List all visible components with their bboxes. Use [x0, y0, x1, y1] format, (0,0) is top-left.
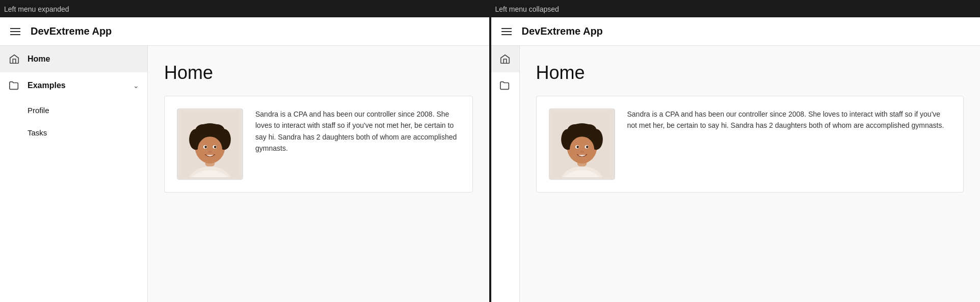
left-header: DevExtreme App — [0, 17, 489, 46]
sidebar-item-home[interactable]: Home — [0, 46, 147, 72]
left-bio-text: Sandra is a CPA and has been our control… — [255, 108, 460, 154]
sidebar-tasks-label: Tasks — [28, 128, 47, 137]
svg-point-35 — [576, 146, 579, 148]
sidebar-examples-label: Examples — [28, 81, 126, 90]
right-main-content: Home — [520, 46, 981, 302]
sidebar-item-tasks[interactable]: Tasks — [0, 121, 147, 144]
right-hamburger-button[interactable] — [499, 26, 514, 37]
svg-point-36 — [586, 146, 588, 148]
left-page-title: Home — [164, 62, 473, 84]
chevron-down-icon: ⌄ — [133, 81, 139, 90]
left-main-content: Home — [148, 46, 489, 302]
left-bio-card: Sandra is a CPA and has been our control… — [164, 96, 473, 193]
home-icon — [8, 53, 20, 65]
collapsed-sidebar-item-home[interactable] — [491, 46, 519, 72]
collapsed-folder-icon — [499, 80, 511, 91]
collapsed-sidebar-item-examples[interactable] — [491, 72, 519, 99]
left-profile-photo — [177, 108, 243, 180]
svg-point-17 — [214, 146, 217, 148]
left-panel-label: Left menu expanded — [0, 0, 489, 17]
right-sidebar-collapsed — [491, 46, 520, 302]
left-panel-expanded: Left menu expanded DevExtreme App — [0, 0, 489, 302]
svg-point-13 — [198, 136, 222, 163]
sidebar-item-examples[interactable]: Examples ⌄ — [0, 72, 147, 99]
left-app-window: DevExtreme App Home — [0, 17, 489, 302]
left-app-title: DevExtreme App — [31, 25, 112, 37]
right-app-window: DevExtreme App — [491, 17, 981, 302]
right-app-body: Home — [491, 46, 981, 302]
right-page-title: Home — [536, 62, 964, 84]
right-panel-collapsed: Left menu collapsed DevExtreme App — [491, 0, 981, 302]
svg-point-32 — [569, 136, 594, 163]
collapsed-home-icon — [499, 53, 511, 65]
right-panel-label: Left menu collapsed — [491, 0, 981, 17]
sidebar-profile-label: Profile — [28, 106, 49, 115]
right-profile-photo — [549, 108, 615, 180]
sidebar-home-label: Home — [28, 54, 139, 64]
left-app-body: Home Examples ⌄ Profile — [0, 46, 489, 302]
right-header: DevExtreme App — [491, 17, 981, 46]
left-hamburger-button[interactable] — [8, 26, 22, 37]
right-app-title: DevExtreme App — [522, 25, 603, 37]
folder-icon — [8, 80, 20, 91]
left-sidebar: Home Examples ⌄ Profile — [0, 46, 148, 302]
right-bio-text: Sandra is a CPA and has been our control… — [627, 108, 951, 131]
svg-point-16 — [204, 146, 207, 148]
right-bio-card: Sandra is a CPA and has been our control… — [536, 96, 964, 193]
svg-point-37 — [580, 151, 584, 153]
sidebar-item-profile[interactable]: Profile — [0, 99, 147, 121]
svg-point-18 — [208, 151, 211, 153]
